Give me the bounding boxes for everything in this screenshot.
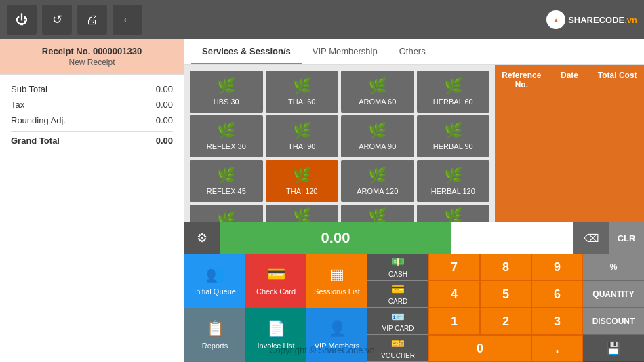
service-icon: 🌿 — [217, 212, 235, 222]
num-btn-2[interactable]: 2 — [480, 308, 531, 335]
num-btn-9[interactable]: 9 — [531, 254, 583, 281]
clr-button[interactable]: CLR — [609, 222, 644, 254]
rounding-row: Rounding Adj. 0.00 — [11, 113, 173, 128]
backspace-button[interactable]: ⌫ — [573, 222, 609, 254]
service-icon: 🌿 — [217, 122, 235, 140]
print-button[interactable]: 🖨 — [77, 5, 107, 35]
tab-vip[interactable]: VIP Membership — [302, 39, 388, 64]
pay-btn-card[interactable]: 💳CARD — [367, 281, 428, 308]
action-btn-reports[interactable]: 📋Reports — [184, 308, 245, 362]
right-panel: Services & Session/s VIP Membership Othe… — [184, 39, 644, 362]
num-btn-3[interactable]: 3 — [531, 308, 583, 335]
logo-text: SHARECODE.vn — [568, 15, 637, 25]
action-buttons-row2: 📋Reports📄Invoice List👤VIP Members — [184, 308, 367, 362]
tax-row: Tax 0.00 — [11, 97, 173, 113]
num-btn-5[interactable]: 5 — [480, 281, 531, 308]
service-icon: 🌿 — [293, 122, 311, 140]
service-btn-herbal-60[interactable]: 🌿HERBAL 60 — [417, 71, 490, 113]
tab-services[interactable]: Services & Session/s — [191, 39, 302, 64]
vip-cost-header: Total Cost — [593, 71, 641, 89]
payment-col: 💵CASH💳CARD🪪VIP CARD🎫VOUCHER — [367, 254, 428, 362]
logo-tld: .vn — [624, 15, 637, 25]
tab-others[interactable]: Others — [388, 39, 437, 64]
tax-label: Tax — [11, 100, 24, 110]
rounding-value: 0.00 — [156, 115, 173, 125]
vip-header: Reference No. Date Total Cost — [495, 65, 644, 95]
action-btn-check-card[interactable]: 💳Check Card — [245, 254, 306, 308]
service-btn-aroma-60[interactable]: 🌿AROMA 60 — [341, 71, 414, 113]
service-icon: 🌿 — [293, 77, 311, 95]
num-btn-8[interactable]: 8 — [480, 254, 531, 281]
pay-btn-vip-card[interactable]: 🪪VIP CARD — [367, 308, 428, 335]
numpad-grid: 7894561230. — [428, 254, 583, 362]
logo-icon: ▲ — [546, 10, 565, 29]
service-btn-herbal-90[interactable]: 🌿HERBAL 90 — [417, 115, 490, 157]
receipt-number: Receipt No. 0000001330 — [11, 46, 173, 56]
grand-total-row: Grand Total 0.00 — [11, 131, 173, 148]
service-btn-herbal-120[interactable]: 🌿HERBAL 120 — [417, 160, 490, 202]
service-btn-reflex-30[interactable]: 🌿REFLEX 30 — [190, 115, 263, 157]
service-icon: 🌿 — [444, 167, 462, 184]
receipt-header: Receipt No. 0000001330 New Receipt — [0, 39, 184, 75]
service-btn-aroma-90[interactable]: 🌿AROMA 90 — [341, 115, 414, 157]
action-col: 👥Initial Queue💳Check Card▦Session/s List… — [184, 254, 367, 362]
num-btn-1[interactable]: 1 — [428, 308, 480, 335]
service-icon: 🌿 — [444, 77, 462, 95]
refresh-button[interactable]: ↺ — [42, 5, 72, 35]
right-action-col: %QUANTITYDISCOUNT💾 — [583, 254, 644, 362]
new-receipt-label[interactable]: New Receipt — [11, 58, 173, 67]
service-icon: 🌿 — [444, 122, 462, 140]
tabs-bar: Services & Session/s VIP Membership Othe… — [184, 39, 644, 65]
service-btn-thai-120[interactable]: 🌿THAI 120 — [266, 160, 339, 202]
service-icon: 🌿 — [368, 167, 386, 184]
service-btn-thai-60[interactable]: 🌿THAI 60 — [266, 71, 339, 113]
service-btn-aroma-herbal-60[interactable]: 🌿AROMA HERBAL 60 — [266, 205, 339, 222]
toolbar: ⏻ ↺ 🖨 ← ▲ SHARECODE.vn — [0, 0, 644, 39]
totals-section: Sub Total 0.00 Tax 0.00 Rounding Adj. 0.… — [0, 75, 184, 155]
grand-total-value: 0.00 — [156, 136, 173, 146]
action-btn-initial-queue[interactable]: 👥Initial Queue — [184, 254, 245, 308]
settings-button[interactable]: ⚙ — [184, 222, 220, 254]
power-button[interactable]: ⏻ — [7, 5, 37, 35]
calc-input[interactable] — [451, 222, 573, 254]
calc-top-row: ⚙ 0.00 ⌫ CLR — [184, 222, 644, 254]
sub-total-row: Sub Total 0.00 — [11, 81, 173, 97]
action-btn-session/s-list[interactable]: ▦Session/s List — [306, 254, 367, 308]
service-icon: 🌿 — [368, 77, 386, 95]
action-btn-vip-members[interactable]: 👤VIP Members — [306, 308, 367, 362]
num-btn-dot[interactable]: . — [531, 335, 583, 362]
service-btn-thai-90[interactable]: 🌿THAI 90 — [266, 115, 339, 157]
pay-btn-voucher[interactable]: 🎫VOUCHER — [367, 335, 428, 362]
right-action-%[interactable]: % — [583, 254, 644, 281]
sub-total-value: 0.00 — [156, 84, 173, 94]
calculator-area: ⚙ 0.00 ⌫ CLR 👥Initial Queue💳Check Card▦S… — [184, 222, 644, 362]
right-action-💾[interactable]: 💾 — [583, 335, 644, 362]
action-btn-invoice-list[interactable]: 📄Invoice List — [245, 308, 306, 362]
numpad-area: 💵CASH💳CARD🪪VIP CARD🎫VOUCHER 7894561230. … — [367, 254, 644, 362]
service-btn-hbs-30[interactable]: 🌿HBS 30 — [190, 71, 263, 113]
rounding-label: Rounding Adj. — [11, 115, 66, 125]
service-btn-reflex-45[interactable]: 🌿REFLEX 45 — [190, 160, 263, 202]
vip-ref-header: Reference No. — [498, 71, 546, 89]
back-button[interactable]: ← — [113, 5, 142, 35]
service-icon: 🌿 — [217, 167, 235, 184]
service-btn-reflex-60[interactable]: 🌿REFLEX 60 — [190, 205, 263, 222]
action-buttons-row: 👥Initial Queue💳Check Card▦Session/s List — [184, 254, 367, 308]
service-icon: 🌿 — [293, 207, 311, 222]
calc-display: 0.00 — [220, 222, 451, 254]
pay-btn-cash[interactable]: 💵CASH — [367, 254, 428, 281]
service-btn-aroma-herbal-120[interactable]: 🌿AROMA HERBAL 120 — [417, 205, 490, 222]
sub-total-label: Sub Total — [11, 84, 47, 94]
num-btn-7[interactable]: 7 — [428, 254, 480, 281]
right-action-discount[interactable]: DISCOUNT — [583, 308, 644, 335]
num-btn-0[interactable]: 0 — [428, 335, 531, 362]
service-btn-aroma-herbal-90[interactable]: 🌿AROMA HERBAL 90 — [341, 205, 414, 222]
num-btn-4[interactable]: 4 — [428, 281, 480, 308]
main-layout: Receipt No. 0000001330 New Receipt Sub T… — [0, 39, 644, 362]
num-btn-6[interactable]: 6 — [531, 281, 583, 308]
service-icon: 🌿 — [368, 207, 386, 222]
service-btn-aroma-120[interactable]: 🌿AROMA 120 — [341, 160, 414, 202]
right-action-quantity[interactable]: QUANTITY — [583, 281, 644, 308]
left-panel: Receipt No. 0000001330 New Receipt Sub T… — [0, 39, 184, 362]
vip-date-header: Date — [546, 71, 594, 89]
